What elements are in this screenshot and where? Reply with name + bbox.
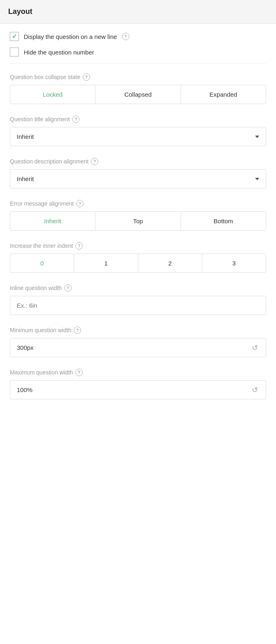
error-bottom-button[interactable]: Bottom xyxy=(181,212,266,230)
page-header: Layout xyxy=(0,0,276,24)
error-inherit-button[interactable]: Inherit xyxy=(10,212,95,230)
max-width-reset-icon[interactable]: ↺ xyxy=(252,385,261,395)
max-width-label: Maximum question width ? xyxy=(10,369,266,376)
page-title: Layout xyxy=(8,7,32,16)
new-line-label: Display the question on a new line xyxy=(24,33,117,40)
description-alignment-select[interactable]: Inherit xyxy=(10,169,266,188)
inner-indent-help-icon[interactable]: ? xyxy=(75,242,83,249)
inner-indent-group: 0 1 2 3 xyxy=(10,254,266,273)
max-width-help-icon[interactable]: ? xyxy=(75,369,83,376)
description-alignment-section: Question description alignment ? Inherit xyxy=(10,158,266,188)
hide-number-label: Hide the question number xyxy=(24,49,94,56)
title-alignment-value: Inherit xyxy=(17,133,34,140)
error-top-button[interactable]: Top xyxy=(95,212,181,230)
checkmark-icon: ✓ xyxy=(12,33,17,40)
description-alignment-display[interactable]: Inherit xyxy=(10,170,266,188)
indent-3-button[interactable]: 3 xyxy=(202,254,266,272)
min-width-help-icon[interactable]: ? xyxy=(74,327,81,334)
error-alignment-help-icon[interactable]: ? xyxy=(76,200,84,207)
inline-width-input[interactable] xyxy=(10,296,266,315)
new-line-row: ✓ Display the question on a new line ? xyxy=(10,32,266,41)
inline-width-label: Inline question width ? xyxy=(10,284,266,292)
new-line-help-icon[interactable]: ? xyxy=(122,33,129,40)
chevron-down-icon-2 xyxy=(255,178,259,180)
indent-0-button[interactable]: 0 xyxy=(10,254,74,272)
description-alignment-value: Inherit xyxy=(17,175,34,182)
title-alignment-help-icon[interactable]: ? xyxy=(72,116,79,123)
min-width-reset-icon[interactable]: ↺ xyxy=(252,343,261,352)
max-width-section: Maximum question width ? ↺ xyxy=(10,369,266,399)
min-width-section: Minimum question width ? ↺ xyxy=(10,327,266,357)
divider-1 xyxy=(10,63,266,63)
error-alignment-group: Inherit Top Bottom xyxy=(10,211,266,231)
hide-number-checkbox[interactable] xyxy=(10,48,19,57)
error-alignment-label: Error message alignment ? xyxy=(10,200,266,207)
max-width-field: ↺ xyxy=(10,380,266,399)
title-alignment-label: Question title alignment ? xyxy=(10,116,266,123)
collapse-locked-button[interactable]: Locked xyxy=(10,85,95,104)
new-line-checkbox[interactable]: ✓ xyxy=(10,32,19,41)
error-alignment-section: Error message alignment ? Inherit Top Bo… xyxy=(10,200,266,231)
inner-indent-section: Increase the inner indent ? 0 1 2 3 xyxy=(10,242,266,273)
collapse-collapsed-button[interactable]: Collapsed xyxy=(95,85,181,104)
collapse-state-section: Question box collapse state ? Locked Col… xyxy=(10,73,266,104)
collapse-state-group: Locked Collapsed Expanded xyxy=(10,85,266,104)
title-alignment-display[interactable]: Inherit xyxy=(10,127,266,146)
content-area: ✓ Display the question on a new line ? H… xyxy=(0,24,276,419)
collapse-expanded-button[interactable]: Expanded xyxy=(181,85,266,104)
inline-width-section: Inline question width ? xyxy=(10,284,266,315)
indent-2-button[interactable]: 2 xyxy=(138,254,202,272)
title-alignment-section: Question title alignment ? Inherit xyxy=(10,116,266,146)
min-width-field: ↺ xyxy=(10,338,266,357)
collapse-state-label: Question box collapse state ? xyxy=(10,73,266,81)
title-alignment-select[interactable]: Inherit xyxy=(10,127,266,146)
indent-1-button[interactable]: 1 xyxy=(74,254,138,272)
description-alignment-label: Question description alignment ? xyxy=(10,158,266,165)
collapse-state-help-icon[interactable]: ? xyxy=(83,73,90,81)
inner-indent-label: Increase the inner indent ? xyxy=(10,242,266,249)
hide-number-row: Hide the question number xyxy=(10,48,266,57)
chevron-down-icon xyxy=(255,136,259,138)
max-width-input[interactable] xyxy=(10,381,252,399)
description-alignment-help-icon[interactable]: ? xyxy=(91,158,98,165)
inline-width-help-icon[interactable]: ? xyxy=(64,284,72,292)
min-width-label: Minimum question width ? xyxy=(10,327,266,334)
min-width-input[interactable] xyxy=(10,338,252,357)
